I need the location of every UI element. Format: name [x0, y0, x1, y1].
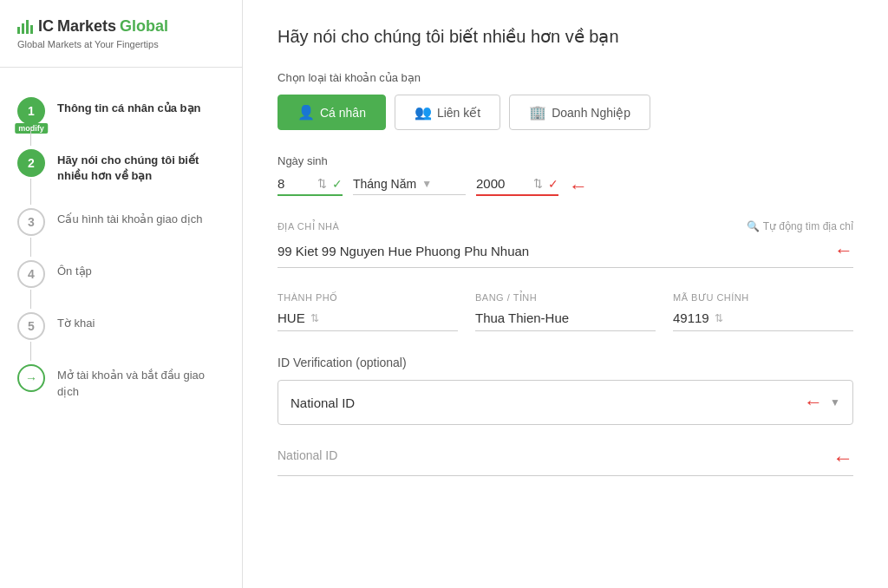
main-content: Hãy nói cho chúng tôi biết nhiều hơn về … [243, 0, 888, 588]
step-item-5: 5 Tờ khai [17, 300, 225, 352]
city-value: HUE [278, 310, 305, 325]
step-number-5: 5 [28, 319, 35, 333]
id-dropdown-arrow-wrap: ← ▼ [804, 391, 840, 414]
national-id-field-label: National ID [278, 448, 337, 462]
step-title-2: Hãy nói cho chúng tôi biết nhiều hơn về … [57, 154, 199, 182]
national-id-input-section: National ID ← [278, 446, 853, 476]
step-text-open: Mở tài khoản và bắt đầu giao dịch [57, 364, 225, 399]
id-type-dropdown[interactable]: National ID ← ▼ [278, 380, 853, 425]
address-input-wrap: 99 Kiet 99 Nguyen Hue Phuong Phu Nhuan ← [278, 239, 853, 268]
city-field-label: THÀNH PHỐ [278, 292, 458, 304]
step-text-1: Thông tin cá nhân của bạn [57, 97, 201, 116]
step-title-1: Thông tin cá nhân của bạn [57, 101, 201, 114]
address-field-label: ĐỊA CHỈ NHÀ [278, 221, 339, 232]
city-state-zip-row: THÀNH PHỐ HUE ⇅ BANG / TỈNH Thua Thien-H… [278, 292, 853, 331]
step-circle-2: 2 [17, 149, 45, 177]
city-input-wrap: HUE ⇅ [278, 310, 458, 331]
step-title-4: Ôn tập [57, 265, 92, 278]
step-text-5: Tờ khai [57, 312, 95, 331]
dob-year-wrap: ⇅ ✓ [476, 176, 558, 196]
dob-arrow-indicator: ← [569, 177, 588, 196]
step-number-4: 4 [28, 267, 35, 281]
step-title-3: Cấu hình tài khoản giao dịch [57, 212, 202, 225]
id-verification-section: ID Verification (optional) National ID ←… [278, 356, 853, 476]
account-btn-ca-nhan[interactable]: 👤 Cá nhân [278, 95, 386, 130]
step-title-open: Mở tài khoản và bắt đầu giao dịch [57, 369, 205, 397]
step-item-4: 4 Ôn tập [17, 248, 225, 300]
zip-value: 49119 [673, 310, 709, 325]
dob-day-input[interactable] [278, 176, 312, 191]
logo: ICMarkets Global [17, 17, 225, 36]
account-btn-ca-nhan-label: Cá nhân [320, 106, 366, 120]
dob-year-sort-icon: ⇅ [533, 177, 543, 190]
joint-icon: 👥 [415, 104, 432, 121]
account-btn-doanh-nghiep-label: Doanh Nghiệp [552, 106, 630, 120]
state-value: Thua Thien-Hue [475, 310, 569, 325]
step-item-1: 1 modify Thông tin cá nhân của bạn [17, 85, 225, 137]
dob-day-wrap: ⇅ ✓ [278, 176, 343, 196]
account-btn-lien-ket-label: Liên kết [437, 106, 480, 120]
zip-sort-icon[interactable]: ⇅ [715, 312, 723, 324]
dob-row: ⇅ ✓ Tháng Năm ▼ ⇅ ✓ ← [278, 176, 853, 196]
step-item-3: 3 Cấu hình tài khoản giao dịch [17, 196, 225, 248]
dob-month-value: Tháng Năm [353, 177, 416, 191]
step-circle-4: 4 [17, 260, 45, 288]
person-icon: 👤 [297, 104, 315, 121]
sidebar: ICMarkets Global Global Markets at Your … [0, 0, 243, 588]
step-circle-5: 5 [17, 312, 45, 340]
auto-find-text: Tự động tìm địa chỉ [763, 220, 853, 232]
id-verification-label: ID Verification (optional) [278, 356, 853, 369]
logo-tagline: Global Markets at Your Fingertips [17, 39, 225, 49]
logo-global-text: Global [120, 17, 168, 36]
business-icon: 🏢 [529, 104, 546, 121]
account-type-row: 👤 Cá nhân 👥 Liên kết 🏢 Doanh Nghiệp [278, 95, 853, 130]
address-arrow-indicator: ← [834, 239, 853, 262]
step-title-5: Tờ khai [57, 317, 95, 330]
page-heading: Hãy nói cho chúng tôi biết nhiều hơn về … [278, 26, 853, 47]
step-text-3: Cấu hình tài khoản giao dịch [57, 208, 202, 227]
step-number-1: 1 [28, 104, 35, 118]
account-type-section: Chọn loại tài khoản của bạn 👤 Cá nhân 👥 … [278, 71, 853, 130]
step-number-3: 3 [28, 215, 35, 229]
dob-label: Ngày sinh [278, 154, 853, 167]
step-circle-1: 1 modify [17, 97, 45, 125]
state-field-label: BANG / TỈNH [475, 292, 656, 304]
dob-day-sort-icon: ⇅ [317, 177, 327, 190]
address-section: ĐỊA CHỈ NHÀ 🔍 Tự động tìm địa chỉ 99 Kie… [278, 220, 853, 268]
step-item-2: 2 Hãy nói cho chúng tôi biết nhiều hơn v… [17, 137, 225, 196]
city-sort-icon[interactable]: ⇅ [310, 312, 319, 324]
zip-field-label: MÃ BƯU CHÍNH [673, 292, 853, 304]
dob-year-input[interactable] [476, 176, 528, 191]
dob-month-wrap: Tháng Năm ▼ [353, 177, 466, 195]
city-field: THÀNH PHỐ HUE ⇅ [278, 292, 458, 331]
dob-section: Ngày sinh ⇅ ✓ Tháng Năm ▼ ⇅ ✓ ← [278, 154, 853, 196]
national-id-input-row: National ID ← [278, 446, 853, 476]
national-id-arrow-indicator: ← [832, 446, 853, 470]
id-type-selected-value: National ID [291, 395, 355, 410]
logo-bars-icon [17, 20, 33, 34]
step-circle-3: 3 [17, 208, 45, 236]
step-modify-label: modify [15, 123, 48, 134]
step-number-2: 2 [28, 156, 35, 170]
step-text-4: Ôn tập [57, 260, 92, 279]
logo-area: ICMarkets Global Global Markets at Your … [0, 17, 242, 68]
address-value: 99 Kiet 99 Nguyen Hue Phuong Phu Nhuan [278, 244, 827, 258]
zip-input-wrap: 49119 ⇅ [673, 310, 853, 331]
logo-ic-text: IC [38, 17, 54, 36]
dob-year-check-icon: ✓ [548, 177, 558, 191]
id-dropdown-chevron-icon: ▼ [830, 396, 840, 408]
id-dropdown-red-arrow-indicator: ← [804, 391, 823, 414]
search-icon: 🔍 [747, 220, 760, 232]
logo-markets-text: Markets [57, 17, 116, 36]
account-btn-doanh-nghiep[interactable]: 🏢 Doanh Nghiệp [509, 95, 650, 130]
state-field: BANG / TỈNH Thua Thien-Hue [475, 292, 656, 331]
step-item-open: → Mở tài khoản và bắt đầu giao dịch [17, 352, 225, 411]
state-input-wrap: Thua Thien-Hue [475, 310, 656, 331]
zip-field: MÃ BƯU CHÍNH 49119 ⇅ [673, 292, 853, 331]
auto-find-link[interactable]: 🔍 Tự động tìm địa chỉ [747, 220, 853, 232]
address-header: ĐỊA CHỈ NHÀ 🔍 Tự động tìm địa chỉ [278, 220, 853, 232]
dob-day-check-icon: ✓ [332, 177, 343, 191]
account-type-label: Chọn loại tài khoản của bạn [278, 71, 853, 84]
dob-month-chevron-icon: ▼ [421, 178, 432, 190]
account-btn-lien-ket[interactable]: 👥 Liên kết [395, 95, 500, 130]
